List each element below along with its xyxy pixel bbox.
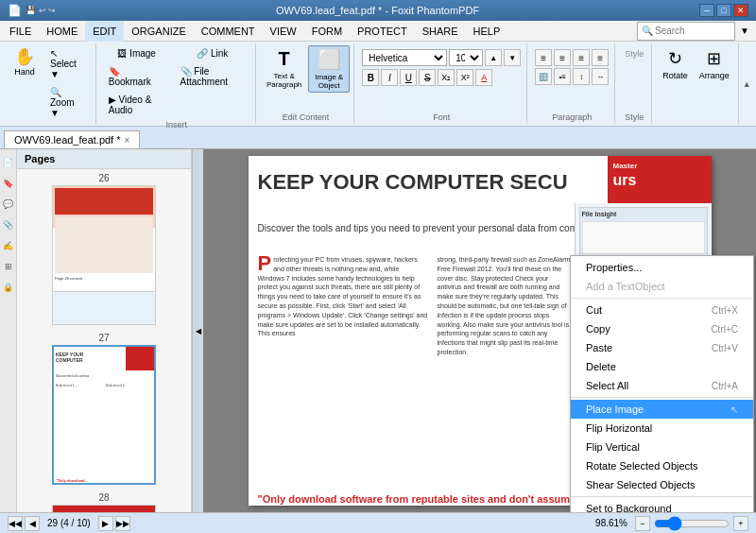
signatures-tool-button[interactable]: ✍ <box>1 236 16 255</box>
menu-file[interactable]: FILE <box>2 21 39 42</box>
arrange-icon: ⊞ <box>707 48 721 69</box>
maximize-button[interactable]: □ <box>716 4 731 17</box>
rotate-content: ↻ Rotate ⊞ Arrange <box>658 45 734 120</box>
nav-last-button[interactable]: ▶▶ <box>115 516 130 531</box>
zoom-button[interactable]: 🔍 Zoom ▼ <box>43 84 92 121</box>
pdf-quote: "Only download software from reputable s… <box>258 492 579 506</box>
comments-tool-button[interactable]: 💬 <box>1 195 16 214</box>
minimize-button[interactable]: ─ <box>699 4 714 17</box>
edit-content-label: Edit Content <box>283 112 330 122</box>
ctx-rotate-selected[interactable]: Rotate Selected Objects <box>571 456 753 475</box>
numbered-list-button[interactable]: 🔢 <box>535 68 552 85</box>
zoom-level: 98.61% <box>595 518 627 528</box>
ctx-shear-selected[interactable]: Shear Selected Objects <box>571 475 753 494</box>
ctx-copy[interactable]: Copy Ctrl+C <box>571 319 753 338</box>
nav-controls: ◀◀ ◀ <box>8 516 40 531</box>
line-spacing-button[interactable]: ↕ <box>573 68 590 85</box>
file-attachment-button[interactable]: 📎 File Attachment <box>174 63 251 90</box>
menu-comment[interactable]: COMMENT <box>194 21 263 42</box>
image-object-button[interactable]: ⬜ Image &Object <box>308 45 350 93</box>
master-text: Master <box>613 162 638 170</box>
font-name-select[interactable]: Helvetica <box>362 49 447 66</box>
style-content: Style <box>625 45 644 59</box>
video-audio-button[interactable]: ▶ Video & Audio <box>102 92 172 118</box>
image-button[interactable]: 🖼 Image <box>102 45 172 61</box>
ctx-properties[interactable]: Properties... <box>571 258 753 277</box>
menu-share[interactable]: SHARE <box>415 21 466 42</box>
ribbon-group-font: Helvetica 10 ▲ ▼ B I U S X₂ X² A Font <box>356 43 527 124</box>
align-center-button[interactable]: ≡ <box>554 49 571 66</box>
align-justify-button[interactable]: ≡ <box>592 49 609 66</box>
italic-button[interactable]: I <box>381 69 398 86</box>
menu-home[interactable]: HOME <box>39 21 85 42</box>
close-button[interactable]: ✕ <box>733 4 748 17</box>
underline-button[interactable]: U <box>400 69 417 86</box>
page-thumb-28: 28 GET YOURCOMPUTER SECURE Page 28 conte… <box>21 492 187 512</box>
tab-close-button[interactable]: × <box>125 135 130 146</box>
align-left-button[interactable]: ≡ <box>535 49 552 66</box>
nav-first-button[interactable]: ◀◀ <box>8 516 23 531</box>
align-right-button[interactable]: ≡ <box>573 49 590 66</box>
strikethrough-button[interactable]: S <box>419 69 436 86</box>
ribbon-collapse-button[interactable]: ▲ <box>743 43 752 124</box>
pages-tool-button[interactable]: 📄 <box>1 153 16 172</box>
menu-organize[interactable]: ORGANIZE <box>124 21 193 42</box>
quick-access: 💾 ↩ ↪ <box>26 6 56 15</box>
zoom-in-button[interactable]: + <box>733 516 748 531</box>
search-input[interactable] <box>655 26 730 36</box>
window-title: OWV69.lead_feat.pdf * - Foxit PhantomPDF <box>56 5 699 16</box>
font-size-select[interactable]: 10 <box>449 49 483 66</box>
page-26-thumbnail[interactable]: Page 26 content <box>52 185 156 325</box>
attachments-tool-button[interactable]: 📎 <box>1 215 16 234</box>
ctx-cut[interactable]: Cut Ctrl+X <box>571 301 753 319</box>
ctx-flip-vertical[interactable]: Flip Vertical <box>571 438 753 456</box>
menu-edit[interactable]: EDIT <box>85 21 124 42</box>
pdf-area: Master urs KEEP YOUR COMPUTER SECU Disco… <box>203 149 756 512</box>
bold-button[interactable]: B <box>362 69 379 86</box>
font-size-down-button[interactable]: ▼ <box>504 49 521 66</box>
status-right: 98.61% − + <box>595 516 748 531</box>
char-spacing-button[interactable]: ↔ <box>592 68 609 85</box>
ctx-flip-horizontal[interactable]: Flip Horizontal <box>571 419 753 438</box>
main-layout: 📄 🔖 💬 📎 ✍ ⊞ 🔒 Pages 26 Page 26 content <box>0 149 756 512</box>
arrange-button[interactable]: ⊞ Arrange <box>695 45 734 83</box>
insert-content: 🖼 Image 🔖 Bookmark ▶ Video & Audio 🔗 Lin… <box>102 45 251 118</box>
ctx-set-background[interactable]: Set to Background <box>571 499 753 512</box>
nav-prev-button[interactable]: ◀ <box>25 516 40 531</box>
page-27-thumbnail[interactable]: KEEP YOURCOMPUTER Discover the tools and… <box>52 345 156 485</box>
font-row2: B I U S X₂ X² A <box>362 69 521 86</box>
subscript-button[interactable]: X₂ <box>438 69 455 86</box>
zoom-slider[interactable] <box>654 518 730 529</box>
ctx-place-image[interactable]: Place Image ↖ <box>571 400 753 419</box>
menu-form[interactable]: FORM <box>304 21 350 42</box>
font-size-up-button[interactable]: ▲ <box>485 49 502 66</box>
bookmark-button[interactable]: 🔖 Bookmark <box>102 63 172 90</box>
font-color-button[interactable]: A <box>475 69 492 86</box>
menu-protect[interactable]: PROTECT <box>350 21 415 42</box>
ribbon-group-paragraph: ≡ ≡ ≡ ≡ 🔢 •≡ ↕ ↔ Paragraph <box>529 43 615 124</box>
zoom-controls: − + <box>635 516 748 531</box>
sidebar-collapse-button[interactable]: ◀ <box>192 149 203 512</box>
page-28-thumbnail[interactable]: GET YOURCOMPUTER SECURE Page 28 content.… <box>52 505 156 512</box>
menu-help[interactable]: HELP <box>466 21 508 42</box>
layers-tool-button[interactable]: ⊞ <box>1 257 16 276</box>
menu-view[interactable]: VIEW <box>263 21 304 42</box>
security-tool-button[interactable]: 🔒 <box>1 278 16 297</box>
ctx-paste[interactable]: Paste Ctrl+V <box>571 338 753 357</box>
nav-next-button[interactable]: ▶ <box>98 516 113 531</box>
zoom-out-button[interactable]: − <box>635 516 650 531</box>
superscript-button[interactable]: X² <box>456 69 473 86</box>
menu-bar: FILE HOME EDIT ORGANIZE COMMENT VIEW FOR… <box>0 21 756 42</box>
ribbon-group-rotate: ↻ Rotate ⊞ Arrange <box>654 43 739 124</box>
bookmarks-tool-button[interactable]: 🔖 <box>1 174 16 193</box>
select-button[interactable]: ↖ Select ▼ <box>43 45 92 82</box>
search-dropdown[interactable]: ▼ <box>735 26 754 36</box>
ctx-delete[interactable]: Delete <box>571 357 753 376</box>
bullet-list-button[interactable]: •≡ <box>554 68 571 85</box>
rotate-button[interactable]: ↻ Rotate <box>658 45 693 83</box>
link-button[interactable]: 🔗 Link <box>174 45 251 61</box>
hand-tool-button[interactable]: ✋ Hand <box>8 45 42 79</box>
document-tab[interactable]: OWV69.lead_feat.pdf * × <box>4 130 140 148</box>
ctx-select-all[interactable]: Select All Ctrl+A <box>571 376 753 395</box>
text-paragraph-button[interactable]: T Text &Paragraph <box>262 45 306 92</box>
